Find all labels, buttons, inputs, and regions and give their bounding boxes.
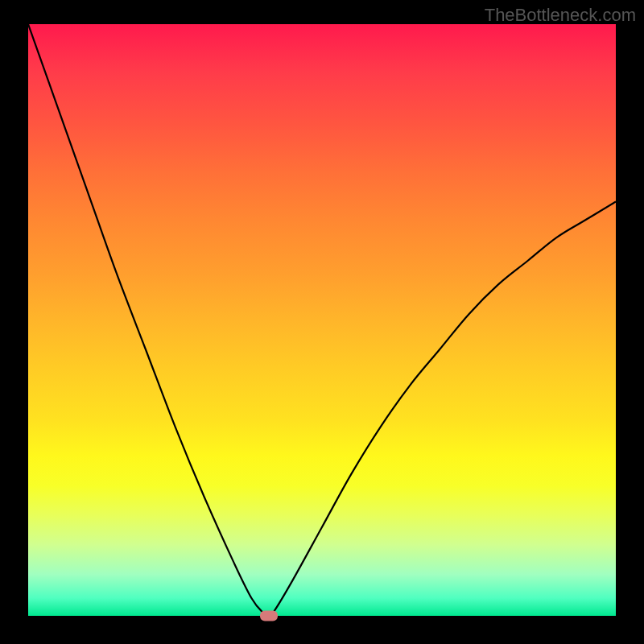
minimum-marker [260,611,278,621]
curve-svg [28,24,616,616]
chart-plot-area [28,24,616,616]
watermark-text: TheBottleneck.com [485,5,636,26]
bottleneck-curve [28,24,616,616]
